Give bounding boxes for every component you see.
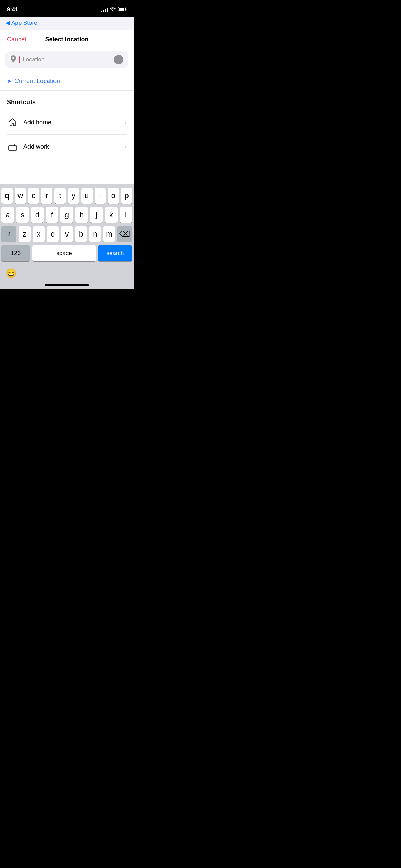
key-l[interactable]: l (120, 207, 132, 223)
key-d[interactable]: d (31, 207, 44, 223)
back-label: App Store (11, 20, 37, 26)
home-icon (7, 117, 19, 128)
key-n[interactable]: n (89, 226, 101, 242)
bottom-extras: 😄 (0, 266, 134, 281)
key-h[interactable]: h (75, 207, 88, 223)
content-spacer (0, 162, 134, 184)
svg-point-0 (112, 10, 113, 11)
key-m[interactable]: m (103, 226, 115, 242)
modal-header: Cancel Select location (0, 30, 134, 49)
current-location-row[interactable]: ➤ Current Location (0, 73, 134, 91)
key-f[interactable]: f (46, 207, 58, 223)
mic-button[interactable] (114, 55, 123, 64)
add-work-label: Add work (23, 143, 49, 150)
svg-rect-2 (119, 8, 124, 11)
shift-key[interactable]: ⇧ (1, 226, 16, 242)
status-bar: 9:41 (0, 0, 134, 17)
app-nav-bar: ◀ App Store (0, 17, 134, 30)
key-q[interactable]: q (1, 188, 13, 204)
key-i[interactable]: i (95, 188, 106, 204)
key-t[interactable]: t (54, 188, 66, 204)
home-indicator-area (0, 281, 134, 289)
shortcuts-section: Shortcuts Add home › (0, 91, 134, 162)
modal-title: Select location (45, 36, 88, 43)
key-w[interactable]: w (15, 188, 26, 204)
key-a[interactable]: a (1, 207, 14, 223)
search-container: Location (0, 49, 134, 73)
text-cursor (19, 56, 20, 63)
numbers-key[interactable]: 123 (1, 245, 30, 261)
back-button[interactable]: ◀ App Store (5, 19, 37, 26)
add-home-left: Add home (7, 117, 51, 128)
add-home-chevron: › (125, 119, 127, 126)
key-j[interactable]: j (90, 207, 103, 223)
status-icons (101, 7, 127, 12)
emoji-button[interactable]: 😄 (5, 268, 16, 279)
keyboard-row-2: a s d f g h j k l (1, 207, 132, 223)
back-arrow-icon: ◀ (5, 19, 10, 26)
add-home-row[interactable]: Add home › (7, 110, 127, 135)
add-work-chevron: › (125, 143, 127, 150)
add-work-left: Add work (7, 141, 49, 153)
key-k[interactable]: k (105, 207, 118, 223)
location-search-field[interactable]: Location (5, 51, 128, 68)
current-location-label: Current Location (14, 77, 60, 85)
battery-icon (118, 7, 127, 12)
shortcuts-title: Shortcuts (7, 99, 127, 106)
search-placeholder-text: Location (23, 56, 111, 63)
key-z[interactable]: z (19, 226, 31, 242)
keyboard-row-3: ⇧ z x c v b n m ⌫ (1, 226, 132, 242)
key-r[interactable]: r (41, 188, 52, 204)
keyboard-row-1: q w e r t y u i o p (1, 188, 132, 204)
add-work-row[interactable]: Add work › (7, 135, 127, 159)
add-home-label: Add home (23, 119, 51, 126)
signal-icon (101, 7, 108, 12)
key-c[interactable]: c (47, 226, 59, 242)
wifi-icon (110, 7, 116, 12)
space-key[interactable]: space (32, 245, 96, 261)
key-e[interactable]: e (28, 188, 39, 204)
status-time: 9:41 (7, 6, 18, 13)
key-v[interactable]: v (61, 226, 73, 242)
key-y[interactable]: y (68, 188, 79, 204)
key-o[interactable]: o (108, 188, 119, 204)
location-arrow-icon: ➤ (7, 77, 12, 85)
delete-key[interactable]: ⌫ (117, 226, 132, 242)
work-icon (7, 141, 19, 153)
home-indicator (45, 284, 89, 286)
key-g[interactable]: g (60, 207, 73, 223)
modal-container: Cancel Select location Location ➤ Curren… (0, 30, 134, 184)
key-u[interactable]: u (81, 188, 93, 204)
key-x[interactable]: x (33, 226, 45, 242)
keyboard-row-4: 123 space search (1, 245, 132, 261)
key-s[interactable]: s (16, 207, 29, 223)
keyboard: q w e r t y u i o p a s d f g h j k l ⇧ … (0, 184, 134, 266)
key-p[interactable]: p (121, 188, 132, 204)
search-key[interactable]: search (98, 245, 132, 261)
cancel-button[interactable]: Cancel (7, 36, 26, 43)
key-b[interactable]: b (75, 226, 87, 242)
pin-icon (10, 55, 16, 64)
